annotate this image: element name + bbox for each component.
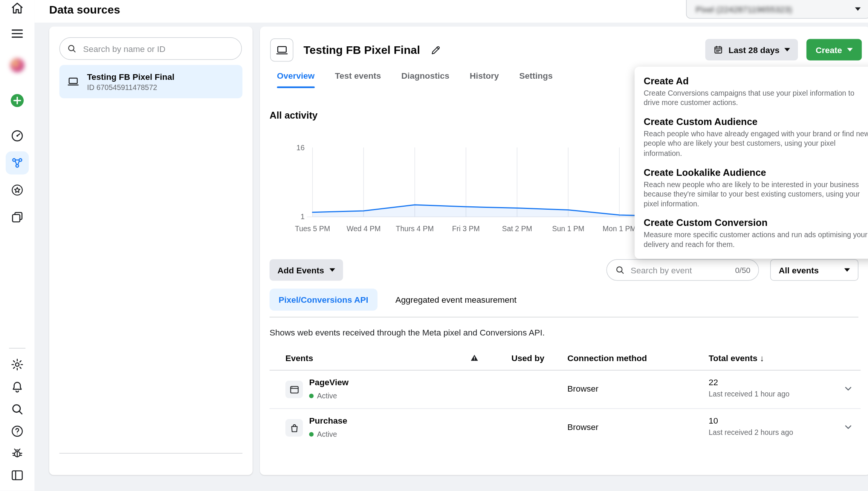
connection-method: Browser xyxy=(567,384,599,393)
menu-item-title: Create Custom Audience xyxy=(644,116,868,128)
search-icon xyxy=(67,44,77,54)
edit-pencil-icon[interactable] xyxy=(430,44,442,56)
chart-x-label: Sat 2 PM xyxy=(502,224,532,233)
last-received: Last received 1 hour ago xyxy=(709,390,790,398)
table-row[interactable]: Purchase Active Browser 10 Last received… xyxy=(270,409,861,447)
header-actions: Last 28 days Create xyxy=(705,39,862,61)
col-connection-method[interactable]: Connection method xyxy=(567,353,647,363)
last-received: Last received 2 hours ago xyxy=(709,428,793,437)
gear-icon[interactable] xyxy=(10,358,24,372)
star-badge-icon[interactable] xyxy=(10,183,24,197)
business-logo[interactable] xyxy=(10,58,24,73)
tab-test-events[interactable]: Test events xyxy=(335,71,381,88)
event-search-counter: 0/50 xyxy=(735,265,750,274)
section-divider xyxy=(270,317,859,318)
bug-icon[interactable] xyxy=(10,446,24,461)
event-search[interactable]: 0/50 xyxy=(607,259,759,281)
source-item-text: Testing FB Pixel Final ID 67054591147857… xyxy=(87,72,174,92)
search-icon xyxy=(615,265,625,275)
menu-item-create-custom-conversion[interactable]: Create Custom Conversion Measure more sp… xyxy=(635,213,868,254)
event-filter-label: All events xyxy=(779,265,819,275)
pixel-title: Testing FB Pixel Final xyxy=(304,44,420,57)
col-events[interactable]: Events xyxy=(286,353,313,363)
status-label: Active xyxy=(317,430,337,439)
pixel-tabs: Overview Test events Diagnostics History… xyxy=(277,71,553,88)
home-icon[interactable] xyxy=(10,1,24,15)
chevron-down-icon xyxy=(844,268,850,272)
create-label: Create xyxy=(816,45,842,55)
tab-aggregated-event-measurement[interactable]: Aggregated event measurement xyxy=(392,294,520,305)
chevron-down-icon xyxy=(847,48,853,52)
warning-icon[interactable] xyxy=(470,354,479,362)
search-icon[interactable] xyxy=(10,402,24,416)
date-range-button[interactable]: Last 28 days xyxy=(705,39,798,61)
event-search-input[interactable] xyxy=(630,265,730,276)
event-status: Active xyxy=(309,430,337,439)
event-filter-dropdown[interactable]: All events xyxy=(770,259,859,281)
menu-item-description: Measure more specific customer actions a… xyxy=(644,230,868,249)
add-icon[interactable] xyxy=(10,93,24,108)
expand-row-chevron-icon[interactable] xyxy=(843,383,854,394)
events-manager-icon[interactable] xyxy=(6,151,29,175)
collapse-sidebar-icon[interactable] xyxy=(10,468,24,483)
bag-icon xyxy=(286,419,303,437)
menu-item-create-custom-audience[interactable]: Create Custom Audience Reach people who … xyxy=(635,112,868,162)
tab-history[interactable]: History xyxy=(470,71,499,88)
chart-x-label: Thurs 4 PM xyxy=(396,224,434,233)
chart-y-label: 1 xyxy=(301,212,305,221)
menu-item-create-ad[interactable]: Create Ad Create Conversions campaigns t… xyxy=(635,71,868,112)
expand-row-chevron-icon[interactable] xyxy=(843,421,854,433)
menu-item-create-lookalike-audience[interactable]: Create Lookalike Audience Reach new peop… xyxy=(635,163,868,213)
events-description: Shows web events received through the Me… xyxy=(270,328,545,337)
col-used-by[interactable]: Used by xyxy=(512,353,545,363)
source-search[interactable] xyxy=(60,37,242,60)
table-row[interactable]: PageView Active Browser 22 Last received… xyxy=(270,371,861,409)
source-search-input[interactable] xyxy=(82,43,235,54)
menu-icon[interactable] xyxy=(10,27,24,41)
menu-item-title: Create Custom Conversion xyxy=(644,218,868,229)
source-list-item[interactable]: Testing FB Pixel Final ID 67054591147857… xyxy=(60,65,243,99)
event-name: Purchase xyxy=(309,416,347,425)
date-range-label: Last 28 days xyxy=(729,45,779,55)
help-icon[interactable] xyxy=(10,424,24,439)
chevron-down-icon xyxy=(329,268,335,272)
events-table: Events Used by Connection method Total e… xyxy=(270,343,861,447)
menu-item-title: Create Ad xyxy=(644,76,868,87)
create-button[interactable]: Create xyxy=(807,39,862,61)
bell-icon[interactable] xyxy=(10,380,24,395)
pixel-icon xyxy=(67,75,80,88)
source-name: Testing FB Pixel Final xyxy=(87,72,174,82)
status-dot xyxy=(309,432,314,436)
chart-x-label: Fri 3 PM xyxy=(452,224,480,233)
activity-section-title: All activity xyxy=(270,110,318,122)
add-events-button[interactable]: Add Events xyxy=(270,259,343,281)
pixel-icon xyxy=(270,38,293,62)
source-type-tabs: Pixel/Conversions API Aggregated event m… xyxy=(270,289,520,311)
chart-y-label: 16 xyxy=(296,143,305,152)
status-dot xyxy=(309,393,314,398)
account-selector[interactable]: Pixel (224287119655323) xyxy=(686,0,868,19)
menu-item-description: Reach people who have already engaged wi… xyxy=(644,129,868,158)
chart-x-label: Sun 1 PM xyxy=(552,224,584,233)
total-events: 10 xyxy=(709,416,718,425)
menu-item-title: Create Lookalike Audience xyxy=(644,167,868,178)
tab-overview[interactable]: Overview xyxy=(277,71,315,88)
col-total-events[interactable]: Total events ↓ xyxy=(709,353,764,363)
chevron-down-icon xyxy=(784,48,790,52)
menu-item-description: Create Conversions campaigns that use yo… xyxy=(644,88,868,107)
blurred-logo-image xyxy=(10,58,24,73)
layers-icon[interactable] xyxy=(10,210,24,224)
chart-x-label: Tues 5 PM xyxy=(295,224,330,233)
panel-divider xyxy=(60,453,243,454)
tab-diagnostics[interactable]: Diagnostics xyxy=(401,71,449,88)
app-root: Data sources Pixel (224287119655323) xyxy=(0,0,868,491)
source-id: ID 670545911478572 xyxy=(87,83,174,92)
event-name: PageView xyxy=(309,377,349,387)
create-dropdown-menu: Create Ad Create Conversions campaigns t… xyxy=(635,67,868,258)
tab-pixel-conversions-api[interactable]: Pixel/Conversions API xyxy=(270,289,377,311)
ads-meter-icon[interactable] xyxy=(10,129,24,143)
tab-settings[interactable]: Settings xyxy=(519,71,553,88)
col-total-events-label: Total events xyxy=(709,353,758,363)
chart-x-label: Mon 1 PM xyxy=(603,224,636,233)
rail-divider xyxy=(9,348,26,349)
